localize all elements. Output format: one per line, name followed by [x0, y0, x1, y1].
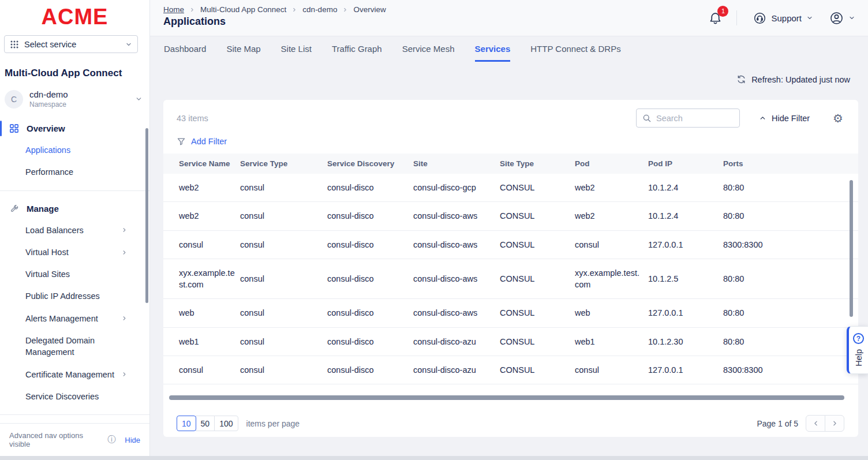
namespace-name: cdn-demo — [29, 89, 68, 99]
sidebar-item-virtual-host[interactable]: Virtual Host — [0, 241, 149, 263]
hide-filter-button[interactable]: Hide Filter — [759, 114, 810, 123]
cell: 10.1.2.30 — [648, 327, 723, 356]
refresh-label: Refresh: Updated just now — [751, 75, 850, 84]
tab-site-list[interactable]: Site List — [281, 44, 312, 62]
hide-advanced-nav-link[interactable]: Hide — [125, 436, 140, 444]
page-tabs: Dashboard Site Map Site List Traffic Gra… — [150, 44, 868, 62]
table-horizontal-scrollbar[interactable] — [169, 395, 844, 400]
cell: consul-disco — [327, 174, 413, 202]
sidebar-item-alerts-management[interactable]: Alerts Management — [0, 308, 149, 330]
cell: 80:80 — [723, 299, 858, 327]
divider — [0, 190, 149, 191]
previous-page-button[interactable] — [806, 415, 825, 432]
notifications-button[interactable]: 1 — [708, 11, 723, 25]
sidebar-item-delegated-domain-management[interactable]: Delegated Domain Management — [0, 330, 149, 364]
tab-dashboard[interactable]: Dashboard — [164, 44, 206, 62]
cell: consul-disco — [327, 356, 413, 384]
product-title: Multi-Cloud App Connect — [5, 68, 139, 79]
sidebar-item-public-ip-addresses[interactable]: Public IP Addresses — [0, 285, 149, 307]
cell: 127.0.0.1 — [648, 299, 723, 327]
chevron-right-icon — [291, 7, 297, 13]
sidebar-footer: Advanced nav options visible ⓘ Hide — [0, 423, 149, 456]
sidebar-item-load-balancers[interactable]: Load Balancers — [0, 219, 149, 241]
table-row[interactable]: consulconsulconsul-discoconsul-disco-azu… — [163, 356, 858, 384]
table-row[interactable]: consulconsulconsul-discoconsul-disco-aws… — [163, 230, 858, 259]
cell: 8300:8300 — [723, 230, 858, 259]
main-content: Home Multi-Cloud App Connect cdn-demo Ov… — [150, 0, 868, 460]
cell: consul — [240, 202, 327, 230]
page-horizontal-scrollbar[interactable] — [0, 456, 868, 460]
cell: consul-disco — [327, 327, 413, 356]
help-tab[interactable]: ? Help — [847, 326, 868, 374]
page-size-group: 10 50 100 — [177, 416, 238, 431]
col-pod-ip: Pod IP — [648, 154, 723, 174]
search-box — [636, 109, 740, 128]
table-row[interactable]: web2consulconsul-discoconsul-disco-awsCO… — [163, 202, 858, 230]
breadcrumb: Home Multi-Cloud App Connect cdn-demo Ov… — [163, 5, 386, 14]
cell: web2 — [163, 202, 240, 230]
cell: consul-disco-gcp — [413, 174, 500, 202]
cell: consul — [163, 356, 240, 384]
namespace-selector[interactable]: C cdn-demo Namespace — [5, 89, 143, 109]
page-size-10[interactable]: 10 — [177, 416, 196, 431]
sidebar-item-virtual-sites[interactable]: Virtual Sites — [0, 263, 149, 285]
tab-services[interactable]: Services — [475, 44, 511, 62]
table-row[interactable]: webconsulconsul-discoconsul-disco-awsCON… — [163, 299, 858, 327]
page-size-100[interactable]: 100 — [214, 416, 238, 431]
cell: 80:80 — [723, 327, 858, 356]
cell: consul — [240, 230, 327, 259]
select-service-dropdown[interactable]: Select service — [4, 35, 138, 53]
chevron-right-icon — [121, 371, 128, 377]
page-size-50[interactable]: 50 — [196, 416, 215, 431]
info-icon[interactable]: ⓘ — [107, 435, 115, 445]
acme-logo[interactable]: ACME — [0, 5, 149, 29]
breadcrumb-cdn-demo[interactable]: cdn-demo — [302, 5, 337, 14]
table-row[interactable]: web1consulconsul-discoconsul-disco-azuCO… — [163, 327, 858, 356]
chevron-left-icon — [812, 420, 820, 427]
cell: web2 — [163, 174, 240, 202]
notification-badge: 1 — [717, 6, 728, 17]
cell: 127.0.0.1 — [648, 356, 723, 384]
tab-service-mesh[interactable]: Service Mesh — [402, 44, 455, 62]
tab-http-connect-drps[interactable]: HTTP Connect & DRPs — [530, 44, 620, 62]
table-vertical-scrollbar[interactable] — [850, 180, 853, 317]
refresh-button[interactable]: Refresh: Updated just now — [150, 74, 850, 84]
breadcrumb-multi-cloud-app-connect[interactable]: Multi-Cloud App Connect — [200, 5, 286, 14]
item-label: Virtual Sites — [25, 268, 70, 280]
cell: consul-disco — [327, 202, 413, 230]
sidebar: ACME Select service Multi-Cloud App Conn… — [0, 0, 150, 460]
funnel-icon — [177, 137, 186, 146]
namespace-avatar: C — [5, 90, 23, 109]
sidebar-item-service-discoveries[interactable]: Service Discoveries — [0, 386, 149, 407]
sidebar-section-overview[interactable]: Overview — [0, 118, 149, 139]
cell: CONSUL — [500, 230, 575, 259]
search-input[interactable] — [656, 114, 734, 123]
sidebar-section-manage[interactable]: Manage — [0, 198, 149, 219]
gear-icon[interactable]: ⚙ — [833, 113, 843, 124]
select-service-label: Select service — [24, 40, 120, 49]
chevron-right-icon — [121, 249, 128, 256]
section-label: Manage — [27, 204, 59, 214]
cell: 10.1.2.4 — [648, 202, 723, 230]
cell: CONSUL — [500, 299, 575, 327]
cell: consul — [575, 230, 648, 259]
breadcrumb-home[interactable]: Home — [163, 5, 184, 14]
account-menu[interactable] — [829, 11, 855, 25]
next-page-button[interactable] — [825, 415, 844, 432]
tab-site-map[interactable]: Site Map — [226, 44, 260, 62]
sidebar-item-performance[interactable]: Performance — [0, 161, 149, 183]
cell: web — [575, 299, 648, 327]
add-filter-button[interactable]: Add Filter — [163, 128, 858, 154]
sidebar-nav: Overview Applications Performance Manage… — [0, 118, 149, 443]
cell: consul — [163, 230, 240, 259]
item-label: Service Discoveries — [25, 391, 99, 402]
sidebar-item-applications[interactable]: Applications — [0, 139, 149, 161]
table-row[interactable]: xyx.example.test.comconsulconsul-discoco… — [163, 259, 858, 299]
sidebar-scrollbar[interactable] — [145, 128, 148, 303]
sidebar-item-certificate-management[interactable]: Certificate Management — [0, 364, 149, 386]
col-pod: Pod — [575, 154, 648, 174]
support-menu[interactable]: Support — [753, 12, 813, 25]
tab-traffic-graph[interactable]: Traffic Graph — [332, 44, 382, 62]
chevron-right-icon — [189, 7, 195, 13]
table-row[interactable]: web2consulconsul-discoconsul-disco-gcpCO… — [163, 174, 858, 202]
